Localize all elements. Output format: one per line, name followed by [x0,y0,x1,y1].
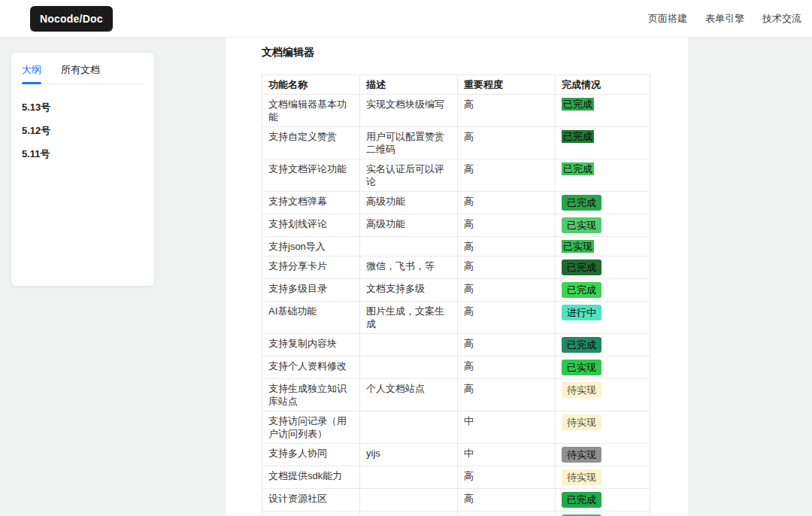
table-row: 支持个人资料修改 高 已实现 [262,357,650,379]
feature-importance-cell: 高 [458,237,556,256]
status-cell: 已完成 [556,95,650,127]
feature-desc-cell [360,334,458,357]
status-badge: 已完成 [562,162,594,175]
nav-link-tech-exchange[interactable]: 技术交流 [762,12,801,26]
status-cell: 已实现 [556,357,650,379]
doc-item-513[interactable]: 5.13号 [22,99,144,116]
feature-desc-cell: 用户可以配置赞赏二维码 [360,127,458,159]
feature-importance-cell: 高 [458,214,556,237]
status-badge: 已完成 [562,337,601,353]
status-cell: 已完成 [556,159,650,192]
app-logo[interactable]: Nocode/Doc [30,6,113,32]
feature-desc-cell [360,357,458,379]
feature-desc-cell [360,489,458,511]
feature-desc-cell: 高级功能 [360,214,458,237]
feature-importance-cell: 高 [458,357,556,379]
status-cell: 已完成 [556,511,650,516]
feature-importance-cell [458,511,556,516]
status-cell: 已完成 [556,279,650,302]
feature-desc-cell [360,466,458,489]
feature-name-cell: 支持表单组件 [262,511,360,516]
status-badge: 已完成 [562,98,594,111]
feature-name-cell: 支持个人资料修改 [262,357,360,379]
feature-importance-cell: 高 [458,127,556,159]
status-badge: 待实现 [562,382,601,398]
status-badge: 已完成 [562,282,601,298]
status-badge: 已完成 [562,260,601,275]
feature-desc-cell: 高级功能 [360,192,458,214]
nav-link-page-builder[interactable]: 页面搭建 [648,12,687,26]
table-row: AI基础功能 图片生成，文案生成 高 进行中 [262,302,650,334]
table-row: 支持多级目录 文档支持多级 高 已完成 [262,279,650,302]
status-cell: 待实现 [556,466,650,489]
status-cell: 待实现 [556,379,650,411]
feature-importance-cell: 高 [458,279,556,302]
status-cell: 待实现 [556,444,650,466]
status-cell: 已完成 [556,489,650,511]
feature-desc-cell: 图片生成，文案生成 [360,302,458,334]
status-cell: 待实现 [556,411,650,444]
doc-item-512[interactable]: 5.12号 [22,123,144,139]
feature-desc-cell: 文档支持多级 [360,279,458,302]
table-row: 支持表单组件 已完成 [262,511,650,516]
feature-importance-cell: 高 [458,379,556,411]
feature-importance-cell: 高 [458,95,556,127]
status-badge: 进行中 [562,305,601,320]
feature-importance-cell: 中 [458,444,556,466]
feature-name-cell: 支持自定义赞赏 [262,127,360,159]
feature-importance-cell: 高 [458,159,556,192]
status-cell: 已实现 [556,214,650,237]
status-badge: 已完成 [562,195,601,211]
table-row: 支持文档弹幕 高级功能 高 已完成 [262,192,650,214]
feature-desc-cell [360,411,458,444]
feature-table: 功能名称 描述 重要程度 完成情况 文档编辑器基本功能 实现文档块级编写 高 已… [262,74,650,516]
status-badge: 已实现 [562,360,601,375]
feature-importance-cell: 高 [458,302,556,334]
feature-name-cell: 支持多级目录 [262,279,360,302]
sidebar-tabs: 大纲 所有文档 [22,63,144,84]
status-badge: 待实现 [562,414,601,430]
status-cell: 已实现 [556,237,650,256]
status-badge: 已实现 [562,240,594,253]
top-navbar: Nocode/Doc 页面搭建 表单引擎 技术交流 [0,0,812,38]
table-row: 文档编辑器基本功能 实现文档块级编写 高 已完成 [262,95,650,127]
feature-name-cell: 支持文档弹幕 [262,192,360,214]
feature-name-cell: 支持复制内容块 [262,334,360,357]
status-cell: 已完成 [556,192,650,214]
table-row: 支持多人协同 yijs 中 待实现 [262,444,650,466]
feature-name-cell: AI基础功能 [262,302,360,334]
status-badge: 待实现 [562,469,601,485]
table-row: 支持访问记录（用户访问列表） 中 待实现 [262,411,650,444]
feature-desc-cell: 个人文档站点 [360,379,458,411]
tab-outline[interactable]: 大纲 [22,63,41,77]
status-badge: 已实现 [562,217,601,233]
feature-name-cell: 设计资源社区 [262,489,360,511]
status-cell: 已完成 [556,256,650,279]
feature-desc-cell [360,237,458,256]
feature-name-cell: 支持生成独立知识库站点 [262,379,360,411]
feature-name-cell: 文档编辑器基本功能 [262,95,360,127]
table-row: 支持文档评论功能 实名认证后可以评论 高 已完成 [262,159,650,192]
feature-name-cell: 支持划线评论 [262,214,360,237]
feature-importance-cell: 高 [458,466,556,489]
status-cell: 已完成 [556,127,650,159]
tab-all-docs[interactable]: 所有文档 [61,63,100,77]
doc-item-511[interactable]: 5.11号 [22,146,144,162]
table-row: 支持生成独立知识库站点 个人文档站点 高 待实现 [262,379,650,411]
feature-importance-cell: 高 [458,334,556,357]
feature-name-cell: 支持json导入 [262,237,360,256]
nav-link-form-engine[interactable]: 表单引擎 [705,12,744,26]
table-row: 设计资源社区 高 已完成 [262,489,650,511]
status-badge: 已完成 [562,130,594,143]
feature-desc-cell: yijs [360,444,458,466]
table-row: 支持分享卡片 微信，飞书，等 高 已完成 [262,256,650,279]
header-status: 完成情况 [556,75,650,95]
header-importance: 重要程度 [458,75,556,95]
feature-importance-cell: 高 [458,256,556,279]
table-row: 文档提供sdk能力 高 待实现 [262,466,650,489]
status-cell: 已完成 [556,334,650,357]
doc-list: 5.13号 5.12号 5.11号 [22,99,144,162]
table-row: 支持自定义赞赏 用户可以配置赞赏二维码 高 已完成 [262,127,650,159]
table-row: 支持复制内容块 高 已完成 [262,334,650,357]
status-cell: 进行中 [556,302,650,334]
